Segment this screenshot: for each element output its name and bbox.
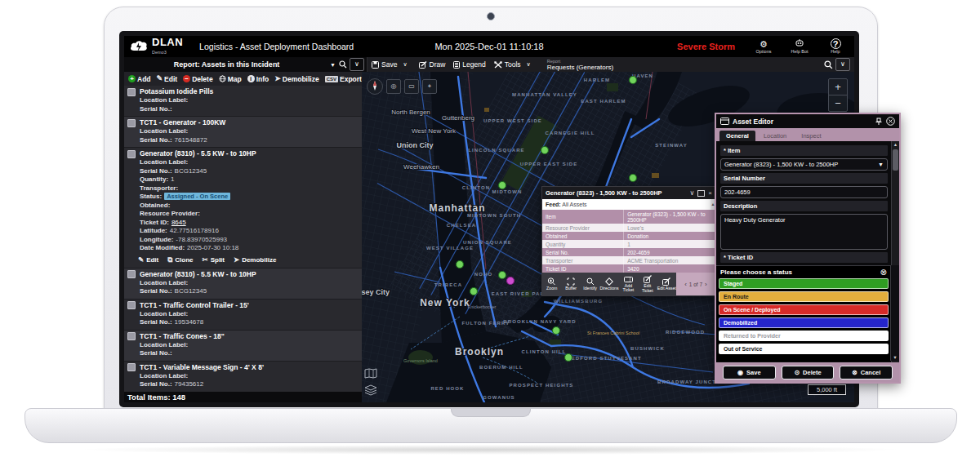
measure-tool-button[interactable]: ▭ <box>404 79 419 94</box>
asset-marker-green[interactable] <box>553 327 560 335</box>
edit-button[interactable]: ✎Edit <box>157 75 178 83</box>
asset-marker-green[interactable] <box>499 272 506 279</box>
map-button[interactable]: Map <box>219 75 242 83</box>
export-button[interactable]: CSVExport <box>325 75 362 83</box>
asset-list-item[interactable]: Potassium Iodide PillsLocation Label:Ser… <box>124 86 362 117</box>
asset-marker-green[interactable] <box>630 175 637 182</box>
map-report-indicator[interactable]: Report Requests (Generators) <box>547 58 613 71</box>
zoom-tool-button[interactable]: Zoom <box>542 273 561 295</box>
feed-popup-titlebar[interactable]: Generator (8323) - 1,500 KW - to 2500HP … <box>542 187 715 199</box>
layers-icon[interactable] <box>364 384 377 396</box>
asset-marker-green[interactable] <box>470 288 478 295</box>
zoom-out-button[interactable]: − <box>829 95 847 111</box>
collapse-chevron[interactable]: ∨ <box>350 58 364 71</box>
ticket-link[interactable]: 8645 <box>172 219 186 226</box>
asset-marker-green[interactable] <box>541 147 549 154</box>
asset-marker-green[interactable] <box>565 354 572 362</box>
map-draw-button[interactable]: Draw <box>419 60 446 69</box>
asset-list-item[interactable]: TCT1 - Traffic Control Trailer - 15'Loca… <box>124 300 362 331</box>
asset-editor-title: Asset Editor <box>733 118 871 126</box>
asset-marker-green[interactable] <box>457 261 464 269</box>
status-scrollbar[interactable]: ▼ <box>890 265 899 361</box>
asset-marker-green[interactable] <box>630 77 637 84</box>
select-tool-button[interactable]: ⌖ <box>422 79 437 94</box>
map-tools-button[interactable]: Tools∨ <box>494 60 534 69</box>
basemap-icon[interactable] <box>364 368 377 379</box>
feed-key: Serial No. <box>542 248 624 256</box>
map-legend-button[interactable]: Legend <box>453 60 485 69</box>
status-chooser: Please choose a status ⊗ StagedEn RouteO… <box>716 265 891 362</box>
locate-tool-button[interactable]: ◎ <box>386 79 401 94</box>
asset-checkbox[interactable] <box>127 119 136 127</box>
map-search-icon[interactable] <box>824 60 833 69</box>
maximize-icon[interactable] <box>697 190 705 197</box>
map-save-button[interactable]: Save∨ <box>372 60 411 69</box>
pin-icon[interactable] <box>875 118 883 126</box>
status-option-demobilized[interactable]: Demobilized <box>719 317 889 328</box>
asset-checkbox[interactable] <box>127 332 136 340</box>
save-button[interactable]: ◉Save <box>723 366 776 379</box>
clone-item-button[interactable]: ⧉Clone <box>167 255 193 264</box>
severe-storm-alert[interactable]: Severe Storm <box>677 42 735 51</box>
map-label: EAST RIVER PARK <box>492 291 550 296</box>
tab-general[interactable]: General <box>719 131 755 141</box>
help-button[interactable]: ? Help <box>822 38 849 55</box>
edit-item-button[interactable]: ✎Edit <box>138 255 158 264</box>
status-option-out-of-service[interactable]: Out of Service <box>719 344 889 354</box>
compass-icon[interactable] <box>367 78 383 95</box>
status-option-on-scene-deployed[interactable]: On Scene / Deployed <box>719 304 889 315</box>
report-selector[interactable]: Report: Assets in this Incident ▼ ∨ <box>124 57 368 72</box>
asset-checkbox[interactable] <box>127 363 136 371</box>
cancel-button[interactable]: ⊗Cancel <box>840 366 893 379</box>
asset-list-item[interactable]: Generator (8310) - 5.5 KW - to 10HPLocat… <box>124 148 362 269</box>
add-ticket-tool-button[interactable]: Add Ticket <box>619 273 638 295</box>
tab-inspect[interactable]: Inspect <box>795 131 827 141</box>
pager-prev-icon[interactable]: ‹ <box>684 281 687 288</box>
split-item-button[interactable]: ✂Split <box>203 255 225 264</box>
map-label: West New York <box>412 127 457 135</box>
asset-checkbox[interactable] <box>127 270 136 278</box>
asset-marker-magenta[interactable] <box>507 277 514 285</box>
demobilize-item-button[interactable]: ➤Demobilize <box>234 255 276 264</box>
status-option-returned-to-provider[interactable]: Returned to Provider <box>719 331 889 341</box>
add-button[interactable]: +Add <box>128 75 151 83</box>
plus-circle-icon: + <box>128 75 136 82</box>
help-bot-button[interactable]: Help Bot <box>786 38 813 55</box>
asset-list-item[interactable]: TCT1 - Generator - 100KWLocation Label:S… <box>124 117 362 148</box>
edit-ticket-tool-button[interactable]: Edit Ticket <box>638 273 657 295</box>
asset-list-item[interactable]: TCT1 - Variable Message Sign - 4' X 8'Lo… <box>124 362 362 393</box>
asset-list-item[interactable]: Generator (8310) - 5.5 KW - to 10HPLocat… <box>124 269 362 300</box>
buffer-tool-button[interactable]: Buffer <box>561 273 580 295</box>
asset-checkbox[interactable] <box>127 88 136 96</box>
tab-location[interactable]: Location <box>757 131 793 141</box>
status-option-staged[interactable]: Staged <box>719 278 889 289</box>
asset-editor-header: Asset Editor <box>716 114 899 128</box>
map-scale: 5,000 ft <box>808 384 846 395</box>
edit-asset-tool-button[interactable]: Edit Asset <box>657 273 676 295</box>
scroll-up-icon[interactable]: ▲ <box>892 142 899 147</box>
zoom-in-button[interactable]: + <box>829 79 847 95</box>
asset-checkbox[interactable] <box>127 301 136 309</box>
delete-button[interactable]: ⊙Delete <box>782 366 835 379</box>
asset-marker-green[interactable] <box>499 182 506 189</box>
directions-tool-button[interactable]: Directions <box>599 273 618 295</box>
identify-tool-button[interactable]: Identify <box>581 273 599 295</box>
close-icon[interactable]: × <box>708 189 712 197</box>
serial-number-field[interactable]: 202-4659 <box>720 186 888 198</box>
pager-next-icon[interactable]: › <box>705 281 707 288</box>
description-field[interactable]: Heavy Duty Generator <box>720 214 888 250</box>
options-button[interactable]: ⚙ Options <box>750 39 777 55</box>
search-icon[interactable] <box>339 60 347 69</box>
status-scroll-down-icon[interactable]: ▼ <box>891 355 899 360</box>
info-button[interactable]: iInfo <box>247 75 270 83</box>
status-close-icon[interactable]: ⊗ <box>880 268 887 277</box>
close-circle-icon[interactable] <box>886 117 895 126</box>
map-collapse-chevron[interactable]: ∨ <box>835 58 850 71</box>
item-select[interactable]: Generator (8323) - 1,500 KW - to 2500HP▼ <box>720 158 888 171</box>
asset-checkbox[interactable] <box>127 150 136 158</box>
collapse-icon[interactable]: ∨ <box>689 189 694 197</box>
demobilize-button[interactable]: ➤Demobilize <box>274 75 318 83</box>
delete-button[interactable]: −Delete <box>183 75 213 83</box>
asset-list-item[interactable]: TCT1 - Traffic Cones - 18"Location Label… <box>124 331 362 362</box>
status-option-en-route[interactable]: En Route <box>719 291 889 302</box>
